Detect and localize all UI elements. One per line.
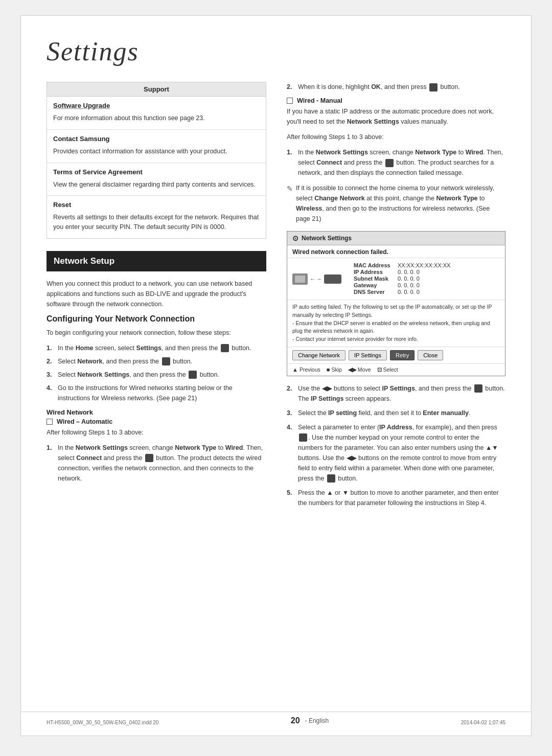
ns-title: Network Settings: [302, 235, 352, 242]
ip-settings-button[interactable]: IP Settings: [349, 350, 387, 360]
network-setup-intro: When you connect this product to a netwo…: [47, 279, 266, 309]
retry-button[interactable]: Retry: [390, 350, 415, 360]
wired-auto-heading: Wired – Automatic: [47, 418, 266, 425]
enter-btn-icon-3: [189, 371, 197, 379]
wired-auto-intro: After following Steps 1 to 3 above:: [47, 427, 266, 438]
ns-nav-bar: ▲ Previous ■ Skip ◀▶ Move ⊡ Select: [287, 364, 505, 376]
footer-right: 2014-04-02 1:07:45: [461, 720, 505, 725]
ns-connection-failed: Wired network connection failed.: [287, 245, 505, 258]
configuring-intro: To begin configuring your network connec…: [47, 328, 266, 338]
right-wired-auto-steps: 2. When it is done, highlight OK, and th…: [287, 82, 505, 92]
enter-btn-icon-5: [429, 83, 438, 91]
software-upgrade-section: Software Upgrade For more information ab…: [47, 97, 266, 129]
enter-btn-icon-8: [299, 433, 307, 442]
left-column: Support Software Upgrade For more inform…: [47, 82, 266, 513]
wired-manual-steps: 1. In the Network Settings screen, chang…: [287, 147, 505, 178]
ns-subnet-row: Subnet Mask 0. 0. 0. 0: [354, 276, 500, 282]
wired-auto-steps: 1. In the Network Settings screen, chang…: [47, 443, 266, 484]
right-column: 2. When it is done, highlight OK, and th…: [287, 82, 505, 513]
ns-title-bar: ⊙ Network Settings: [287, 232, 505, 245]
network-setup-heading: Network Setup: [47, 251, 266, 271]
contact-samsung-text: Provides contact information for assista…: [47, 145, 266, 163]
configuring-steps: 1. In the Home screen, select Settings, …: [47, 343, 266, 403]
after-step-5: 5. Press the ▲ or ▼ button to move to an…: [287, 488, 505, 508]
right-step-2: 2. When it is done, highlight OK, and th…: [287, 82, 505, 92]
terms-section: Terms of Service Agreement View the gene…: [47, 163, 266, 196]
after-step-2: 2. Use the ◀▶ buttons to select IP Setti…: [287, 383, 505, 404]
page-number: 20: [291, 716, 300, 725]
page-number-label: - English: [305, 717, 329, 724]
enter-btn-icon-7: [474, 384, 482, 393]
ns-table: MAC Address XX:XX:XX:XX:XX:XX IP Address…: [354, 262, 500, 295]
enter-btn-icon: [221, 344, 229, 352]
network-settings-box: ⊙ Network Settings Wired network connect…: [287, 231, 505, 376]
close-button[interactable]: Close: [418, 350, 443, 360]
enter-btn-icon-6: [385, 159, 394, 167]
enter-btn-icon-2: [162, 357, 170, 365]
enter-btn-icon-9: [327, 474, 335, 483]
ns-pc-icon: [292, 273, 308, 285]
ns-gateway-row: Gateway 0. 0. 0. 0: [354, 282, 500, 288]
ns-ip-row: IP Address 0. 0. 0. 0: [354, 269, 500, 275]
content-wrapper: Support Software Upgrade For more inform…: [47, 82, 505, 513]
step-1: 1. In the Home screen, select Settings, …: [47, 343, 266, 353]
support-header: Support: [47, 82, 266, 97]
ns-diagram: ←→: [292, 262, 349, 295]
wired-auto-step-1: 1. In the Network Settings screen, chang…: [47, 443, 266, 484]
wired-manual-after-steps: After following Steps 1 to 3 above:: [287, 132, 505, 142]
ns-nav-skip: ■ Skip: [327, 366, 342, 373]
after-step-3: 3. Select the IP setting field, and then…: [287, 408, 505, 418]
ns-dns-row: DNS Server 0. 0. 0. 0: [354, 289, 500, 295]
enter-btn-icon-4: [145, 454, 153, 462]
reset-section: Reset Reverts all settings to their defa…: [47, 195, 266, 238]
wired-network-heading: Wired Network: [47, 408, 266, 416]
enter-icon: ⊡: [377, 366, 382, 373]
checkbox-bullet: [47, 419, 53, 425]
software-upgrade-heading: Software Upgrade: [47, 97, 266, 111]
ns-mac-row: MAC Address XX:XX:XX:XX:XX:XX: [354, 262, 500, 268]
configuring-heading: Configuring Your Network Connection: [47, 314, 266, 324]
ns-icon: ⊙: [292, 234, 298, 242]
page-title: Settings: [47, 36, 505, 66]
software-upgrade-text: For more information about this function…: [47, 111, 266, 129]
contact-samsung-section: Contact Samsung Provides contact informa…: [47, 129, 266, 163]
ns-nav-move: ◀▶ Move: [348, 366, 371, 373]
step-2: 2. Select Network, and then press the bu…: [47, 356, 266, 366]
ns-content: ←→ MAC Address XX:XX:XX:XX:XX:XX IP Addr…: [287, 258, 505, 300]
ns-nav-previous: ▲ Previous: [292, 366, 320, 373]
ns-info-text: IP auto setting failed. Try the followin…: [287, 300, 505, 347]
support-box: Support Software Upgrade For more inform…: [47, 82, 266, 239]
wired-manual-heading: Wired - Manual: [287, 97, 505, 104]
footer-left: HT-H5500_00W_30_50_50W-ENG_0402.indd 20: [47, 720, 158, 725]
footer-center: 20 - English: [291, 716, 329, 725]
wired-manual-step-1: 1. In the Network Settings screen, chang…: [287, 147, 505, 178]
ns-buttons: Change Network IP Settings Retry Close: [287, 347, 505, 364]
checkbox-bullet-2: [287, 98, 293, 104]
terms-heading: Terms of Service Agreement: [47, 163, 266, 178]
page-container: Settings Support Software Upgrade For mo…: [20, 15, 532, 736]
ns-nav-select: ⊡ Select: [377, 366, 398, 373]
wired-manual-note: ✎ If it is possible to connect the home …: [287, 183, 505, 224]
step-4: 4. Go to the instructions for Wired netw…: [47, 383, 266, 403]
after-box-steps: 2. Use the ◀▶ buttons to select IP Setti…: [287, 383, 505, 508]
step-3: 3. Select Network Settings, and then pre…: [47, 370, 266, 380]
change-network-button[interactable]: Change Network: [292, 350, 346, 360]
ns-arrow: ←→: [310, 276, 322, 283]
terms-text: View the general disclaimer regarding th…: [47, 178, 266, 196]
after-step-4: 4. Select a parameter to enter (IP Addre…: [287, 422, 505, 484]
reset-text: Reverts all settings to their defaults e…: [47, 211, 266, 238]
contact-samsung-heading: Contact Samsung: [47, 130, 266, 145]
ns-router-icon: [324, 274, 341, 284]
page-footer: HT-H5500_00W_30_50_50W-ENG_0402.indd 20 …: [21, 712, 531, 725]
wired-manual-intro: If you have a static IP address or the a…: [287, 106, 505, 127]
reset-heading: Reset: [47, 196, 266, 211]
